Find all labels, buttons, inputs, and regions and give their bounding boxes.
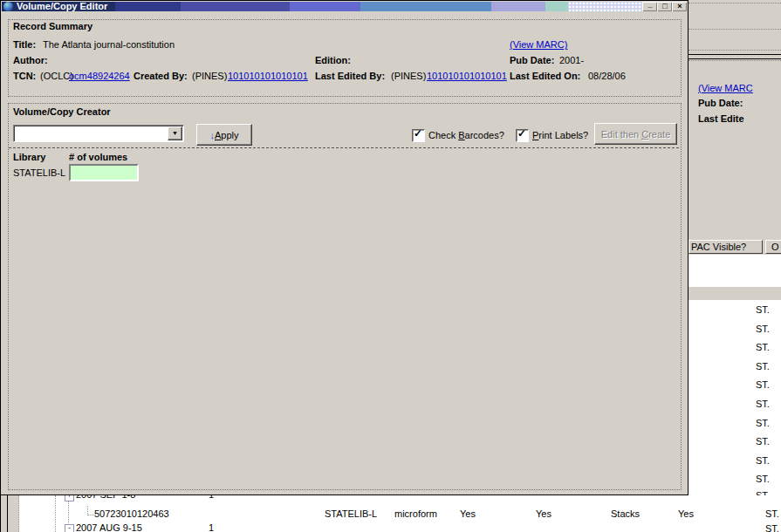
creator-separator	[9, 147, 679, 148]
copy-yes-cell[interactable]: Yes	[536, 508, 551, 519]
bg-last-edited-label: Last Edite	[698, 113, 744, 124]
copy-yes-cell[interactable]: Yes	[460, 508, 476, 519]
bg-table-cell[interactable]: ST.	[756, 324, 770, 334]
bg-table-cell[interactable]: ST.	[756, 418, 770, 428]
check-barcodes-key: B	[458, 130, 464, 140]
bg-table-cell[interactable]: ST.	[756, 399, 770, 409]
title-label: Title:	[13, 39, 36, 50]
print-labels-checkbox[interactable]: ✓	[516, 129, 529, 142]
titlebar-band	[290, 2, 360, 11]
edit-then-create-post: reate	[648, 129, 670, 140]
pub-date-value: 2001-	[559, 55, 584, 65]
bg-divider	[689, 60, 781, 61]
print-labels-label[interactable]: Print Labels?	[532, 130, 588, 140]
edit-then-create-key: C	[641, 129, 648, 140]
apply-label-post: pply	[221, 130, 238, 140]
volumes-column-header: # of volumes	[69, 152, 127, 162]
copy-clipped-cell[interactable]: ST.	[765, 523, 779, 532]
created-by-label: Created By:	[134, 71, 188, 81]
last-edited-on-value: 08/28/06	[588, 71, 626, 81]
title-value: The Atlanta journal-constitution	[43, 39, 175, 50]
view-marc-link[interactable]: (View MARC)	[510, 39, 567, 50]
titlebar-band	[360, 2, 491, 11]
check-barcodes-checkbox[interactable]: ✓	[412, 129, 425, 142]
author-label: Author:	[13, 55, 48, 65]
last-edited-by-source: (PINES)	[391, 71, 426, 81]
close-button[interactable]: ×	[672, 2, 687, 11]
minimize-button[interactable]: _	[642, 2, 658, 11]
maximize-button[interactable]: □	[657, 2, 673, 11]
tree-expander-minus-icon[interactable]: -	[65, 524, 74, 532]
checkmark-icon: ✓	[517, 128, 526, 140]
last-edited-on-label: Last Edited On:	[510, 71, 580, 81]
titlebar-band	[181, 2, 290, 11]
bg-table-cell[interactable]: ST.	[756, 342, 770, 352]
bg-table-selected-row[interactable]	[689, 287, 781, 300]
bg-table-cell[interactable]: ST.	[756, 304, 770, 315]
titlebar-band	[115, 2, 181, 11]
titlebar-band	[491, 2, 545, 11]
num-volumes-input[interactable]	[69, 164, 139, 181]
edit-then-create-button[interactable]: Edit then Create	[594, 123, 677, 145]
volume-template-combobox[interactable]: ▼	[13, 125, 184, 142]
bg-column-header-o[interactable]: O	[765, 240, 781, 254]
check-barcodes-label[interactable]: Check Barcodes?	[428, 130, 504, 140]
copy-stacks-cell[interactable]: Stacks	[611, 508, 640, 519]
bg-left-frame	[0, 495, 19, 532]
bg-frame-line	[0, 495, 1, 532]
record-summary-heading: Record Summary	[13, 21, 92, 31]
created-by-link[interactable]: 101010101010101	[228, 71, 308, 81]
combobox-dropdown-arrow-icon[interactable]: ▼	[168, 126, 182, 140]
copy-yes-cell[interactable]: Yes	[678, 508, 694, 519]
apply-button[interactable]: ↓Apply	[196, 124, 252, 146]
bg-splitter[interactable]	[689, 54, 781, 59]
bg-divider	[689, 50, 781, 51]
bg-table-cell[interactable]: ST.	[756, 474, 770, 484]
tree-elbow-line	[87, 506, 94, 515]
last-edited-by-link[interactable]: 101010101010101	[427, 71, 507, 81]
check-barcodes-pre: Check	[428, 130, 458, 140]
bg-column-header-o-label: O	[771, 242, 779, 252]
bg-column-header-pac-visible-label: PAC Visible?	[691, 242, 746, 252]
app-globe-icon	[3, 2, 13, 11]
tcn-link[interactable]: ocm48924264	[69, 71, 130, 81]
tree-guide-line	[55, 495, 56, 532]
edition-label: Edition:	[315, 55, 351, 65]
bg-divider	[689, 29, 781, 30]
copy-clipped-cell[interactable]: ST.	[765, 508, 779, 519]
tree-row-count: 1	[209, 522, 214, 532]
library-row-label: STATELIB-L	[13, 167, 65, 178]
last-edited-by-label: Last Edited By:	[315, 71, 385, 81]
bg-table-cell[interactable]: ST.	[756, 379, 770, 390]
created-by-source: (PINES)	[192, 71, 227, 81]
print-labels-post: rint Labels?	[538, 130, 588, 140]
bg-view-marc-link[interactable]: (View MARC	[698, 83, 753, 93]
checkmark-icon: ✓	[414, 128, 422, 140]
dialog-title: Volume/Copy Editor	[17, 2, 107, 11]
bg-table-cell[interactable]: ST.	[756, 361, 770, 372]
pub-date-label: Pub Date:	[510, 55, 554, 65]
bg-divider	[689, 3, 781, 3]
volume-copy-editor-dialog: Volume/Copy Editor _ □ × Record Summary …	[0, 0, 689, 495]
bg-frame-line	[7, 495, 8, 532]
library-column-header: Library	[13, 152, 45, 162]
bg-table-cell[interactable]: ST.	[756, 436, 770, 447]
edit-then-create-pre: Edit then	[601, 129, 641, 140]
tree-row-label[interactable]: 2007 AUG 9-15	[76, 522, 142, 532]
bg-column-header-pac-visible[interactable]: PAC Visible?	[689, 240, 763, 254]
bg-table-cell[interactable]: ST.	[756, 455, 770, 466]
dialog-titlebar[interactable]: Volume/Copy Editor _ □ ×	[2, 2, 687, 11]
titlebar-band	[545, 2, 568, 11]
volume-copy-creator-heading: Volume/Copy Creator	[13, 106, 111, 117]
bg-pub-date-label: Pub Date:	[698, 98, 743, 108]
check-barcodes-post: arcodes?	[465, 130, 504, 140]
tcn-label: TCN:	[13, 71, 36, 81]
copy-barcode-cell[interactable]: 50723010120463	[94, 508, 169, 519]
copy-library-cell[interactable]: STATELIB-L	[325, 508, 377, 519]
copy-location-cell[interactable]: microform	[394, 508, 437, 519]
